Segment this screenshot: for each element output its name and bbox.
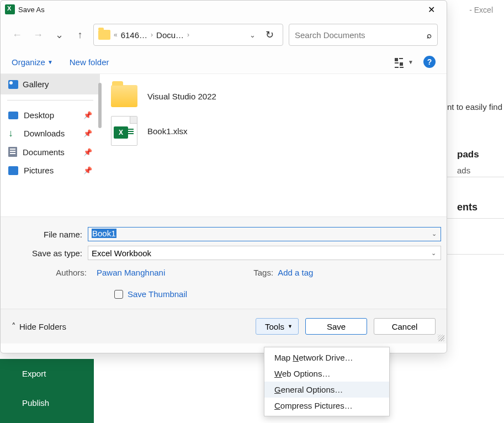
- savetype-label: Save as type:: [6, 248, 88, 258]
- menu-compress-pictures[interactable]: Compress Pictures…: [264, 398, 389, 414]
- filename-input[interactable]: Book1: [88, 227, 441, 241]
- bg-ents: ents: [447, 196, 487, 219]
- new-folder-button[interactable]: New folder: [70, 57, 109, 67]
- breadcrumb-dropdown[interactable]: ⌄: [247, 29, 258, 41]
- titlebar: Save As ✕: [1, 1, 447, 18]
- authors-value[interactable]: Pawan Manghnani: [97, 268, 165, 277]
- bg-app-title: - Excel: [469, 6, 493, 14]
- nav-toolbar: ← → ⌄ ↑ « 6146… › Docu… › ⌄ ↻ ⌕: [1, 18, 447, 54]
- sidebar-label: Pictures: [24, 166, 54, 175]
- forward-button[interactable]: →: [30, 27, 46, 43]
- view-menu[interactable]: ▼: [395, 58, 413, 66]
- chevron-right-icon: ›: [187, 31, 189, 39]
- filename-dropdown[interactable]: ⌄: [432, 230, 437, 237]
- pin-icon[interactable]: 📌: [83, 148, 92, 156]
- nav-pane: Gallery Desktop 📌 ↓ Downloads 📌 Document…: [1, 74, 100, 216]
- scrollbar-thumb[interactable]: [98, 83, 102, 128]
- authors-label: Authors:: [6, 268, 92, 277]
- xlsx-icon: X: [111, 116, 137, 146]
- breadcrumb-sep: «: [114, 31, 118, 39]
- body: Gallery Desktop 📌 ↓ Downloads 📌 Document…: [1, 73, 447, 217]
- filename-label: File name:: [6, 230, 88, 239]
- bg-hint: nt to easily find: [447, 102, 502, 112]
- file-list[interactable]: Visual Studio 2022 X Book1.xlsx: [100, 74, 447, 216]
- sidebar-label: Desktop: [24, 110, 54, 120]
- tools-button[interactable]: Tools▼: [256, 318, 299, 335]
- save-thumbnail-checkbox[interactable]: [114, 290, 123, 299]
- document-icon: [8, 147, 17, 157]
- hide-folders-button[interactable]: ˄ Hide Folders: [12, 321, 66, 331]
- dialog-footer: ˄ Hide Folders Tools▼ Save Cancel: [1, 309, 447, 343]
- backstage-export[interactable]: Export: [0, 359, 94, 388]
- save-as-dialog: Save As ✕ ← → ⌄ ↑ « 6146… › Docu… › ⌄ ↻ …: [0, 0, 447, 353]
- back-button[interactable]: ←: [9, 27, 25, 43]
- pictures-icon: [8, 166, 18, 175]
- tags-label: Tags:: [253, 268, 273, 277]
- cancel-button[interactable]: Cancel: [374, 318, 436, 335]
- breadcrumb-seg1[interactable]: 6146…: [121, 30, 147, 40]
- save-button[interactable]: Save: [305, 318, 367, 335]
- resize-grip[interactable]: [438, 335, 444, 341]
- recent-dropdown[interactable]: ⌄: [51, 27, 67, 43]
- desktop-icon: [8, 112, 18, 119]
- list-item[interactable]: Visual Studio 2022: [111, 81, 436, 112]
- menu-map-network-drive[interactable]: Map Network Drive…: [264, 350, 389, 366]
- list-item[interactable]: X Book1.xlsx: [111, 112, 436, 150]
- refresh-button[interactable]: ↻: [261, 27, 278, 43]
- file-name: Book1.xlsx: [147, 126, 188, 136]
- sidebar-label: Gallery: [23, 80, 49, 89]
- gallery-icon: [8, 80, 18, 89]
- command-bar: Organize▼ New folder ▼ ?: [1, 54, 447, 73]
- breadcrumb[interactable]: « 6146… › Docu… › ⌄ ↻: [93, 24, 283, 46]
- folder-icon: [98, 30, 110, 40]
- pin-icon[interactable]: 📌: [83, 166, 92, 175]
- tags-value[interactable]: Add a tag: [278, 268, 313, 277]
- sidebar-item-pictures[interactable]: Pictures 📌: [1, 161, 100, 179]
- close-button[interactable]: ✕: [420, 2, 442, 17]
- sidebar-label: Documents: [23, 147, 65, 157]
- help-button[interactable]: ?: [423, 56, 436, 68]
- organize-menu[interactable]: Organize▼: [12, 57, 53, 67]
- download-icon: ↓: [8, 129, 18, 138]
- sidebar-item-documents[interactable]: Documents 📌: [1, 142, 100, 161]
- save-thumbnail-label[interactable]: Save Thumbnail: [128, 289, 187, 299]
- sidebar-divider: [7, 100, 93, 101]
- backstage-publish[interactable]: Publish: [0, 388, 94, 417]
- menu-general-options[interactable]: General Options…: [264, 382, 389, 398]
- dialog-title: Save As: [18, 6, 45, 14]
- file-name: Visual Studio 2022: [147, 92, 216, 101]
- sidebar-item-downloads[interactable]: ↓ Downloads 📌: [1, 124, 100, 142]
- up-button[interactable]: ↑: [72, 27, 88, 43]
- folder-icon: [111, 85, 137, 107]
- sidebar-item-desktop[interactable]: Desktop 📌: [1, 106, 100, 124]
- excel-icon: [5, 4, 15, 14]
- pin-icon[interactable]: 📌: [83, 111, 92, 119]
- savetype-select[interactable]: Excel Workbook ⌄: [88, 246, 441, 260]
- chevron-down-icon: ⌄: [431, 250, 436, 257]
- tools-menu: Map Network Drive… Web Options… General …: [264, 347, 390, 416]
- form-area: File name: Book1 ⌄ Save as type: Excel W…: [1, 217, 447, 309]
- backstage-panel: Export Publish: [0, 359, 94, 423]
- bg-uploads-sub: ads: [447, 160, 480, 181]
- pin-icon[interactable]: 📌: [83, 129, 92, 138]
- sidebar-item-gallery[interactable]: Gallery: [1, 74, 100, 94]
- view-icon: [395, 58, 405, 66]
- chevron-right-icon: ›: [151, 31, 153, 39]
- chevron-up-icon: ˄: [12, 321, 16, 331]
- search-input[interactable]: [295, 30, 427, 40]
- sidebar-label: Downloads: [24, 129, 65, 138]
- search-icon[interactable]: ⌕: [427, 30, 432, 40]
- breadcrumb-seg2[interactable]: Docu…: [156, 30, 184, 40]
- menu-web-options[interactable]: Web Options…: [264, 366, 389, 382]
- search-box[interactable]: ⌕: [289, 24, 438, 46]
